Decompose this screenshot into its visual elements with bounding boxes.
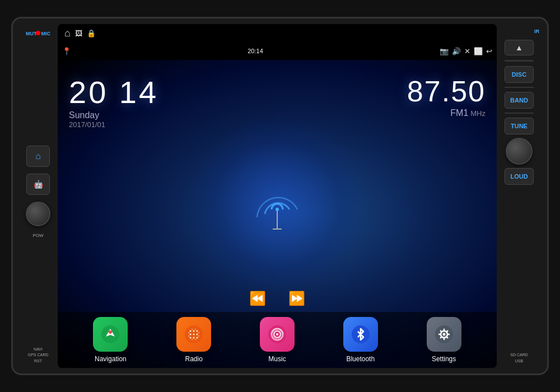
band-button[interactable]: BAND (505, 92, 534, 109)
app-bar: Navigation (58, 312, 497, 368)
home-nav-icon[interactable]: ⌂ (64, 27, 71, 39)
android-button[interactable]: 🤖 (26, 174, 50, 195)
freq-value: 87.50 (407, 77, 486, 106)
settings-label: Settings (432, 355, 456, 363)
left-panel: MUT MIC ⌂ 🤖 POW NAVI GPS CARD RST (18, 24, 58, 368)
divider1 (505, 87, 534, 88)
clock-date: 2017/01/01 (69, 120, 158, 129)
nav-svg (100, 324, 120, 344)
left-bottom-labels: NAVI GPS CARD RST (28, 347, 49, 363)
divider2 (505, 113, 534, 114)
gallery-icon: 🖼 (75, 29, 82, 38)
usb-label: USB (515, 359, 523, 363)
status-center: 20:14 (248, 48, 263, 54)
clock-widget: 20 14 Sunday 2017/01/01 (69, 77, 158, 129)
svg-point-13 (193, 337, 195, 339)
svg-point-20 (195, 329, 196, 330)
app-radio[interactable]: Radio (176, 317, 211, 363)
main-screen: ⌂ 🖼 🔒 📍 20:14 📷 🔊 ✕ ⬜ ↩ (58, 24, 497, 368)
right-bottom-labels: SD CARD USB (510, 353, 528, 363)
settings-icon[interactable] (427, 317, 461, 352)
home-button[interactable]: ⌂ (26, 146, 50, 167)
mut-label: MUT (26, 31, 37, 36)
status-bar: 📍 20:14 📷 🔊 ✕ ⬜ ↩ (58, 42, 497, 60)
svg-point-6 (190, 330, 192, 332)
radio-icon[interactable] (176, 317, 211, 352)
bluetooth-label: Bluetooth (346, 355, 375, 363)
freq-band: FM1 (450, 108, 468, 118)
svg-line-35 (440, 330, 441, 332)
status-left: 📍 (62, 47, 71, 55)
disc-button[interactable]: DISC (505, 66, 534, 83)
pow-label: POW (32, 233, 43, 238)
freq-label: FM1 MHz (407, 108, 486, 118)
close-status-icon: ✕ (464, 47, 470, 55)
app-bluetooth[interactable]: Bluetooth (343, 317, 378, 363)
gps-label: GPS CARD (28, 353, 49, 357)
app-music[interactable]: Music (260, 317, 295, 363)
music-icon[interactable] (260, 317, 295, 352)
freq-unit: MHz (470, 109, 486, 118)
rewind-button[interactable]: ⏪ (249, 291, 266, 306)
svg-point-21 (192, 339, 193, 340)
navigation-label: Navigation (95, 355, 127, 363)
svg-point-2 (276, 208, 279, 211)
svg-point-14 (197, 337, 198, 339)
right-buttons: ▲ DISC BAND TUNE LOUD (505, 34, 534, 353)
home-icon: ⌂ (35, 151, 41, 161)
android-icon: 🤖 (34, 180, 43, 189)
mic-indicator (36, 31, 40, 35)
radio-svg (184, 324, 204, 344)
forward-button[interactable]: ⏩ (288, 291, 305, 306)
rst-label: RST (34, 359, 42, 363)
main-content: 20 14 Sunday 2017/01/01 (58, 60, 497, 368)
disc-slot (505, 60, 534, 62)
bluetooth-icon[interactable] (343, 317, 378, 352)
location-status-icon: 📍 (62, 47, 71, 55)
svg-point-7 (193, 330, 195, 332)
mic-label: MIC (41, 31, 51, 36)
svg-point-17 (198, 332, 199, 333)
right-knob[interactable] (506, 138, 533, 165)
window-status-icon: ⬜ (474, 47, 483, 55)
camera-status-icon: 📷 (440, 47, 449, 55)
svg-point-19 (192, 329, 193, 330)
status-time: 20:14 (248, 48, 263, 54)
left-buttons: ⌂ 🤖 POW (26, 36, 50, 347)
lock-icon: 🔒 (87, 29, 96, 38)
svg-point-15 (188, 332, 189, 333)
music-svg (267, 324, 287, 344)
signal-rings (249, 187, 305, 232)
loud-button[interactable]: LOUD (505, 168, 534, 185)
signal-display (249, 187, 305, 232)
svg-point-12 (190, 337, 192, 339)
android-nav-bar: ⌂ 🖼 🔒 (58, 24, 497, 42)
settings-svg (434, 324, 454, 344)
clock-time: 20 14 (69, 77, 158, 108)
app-navigation[interactable]: Navigation (93, 317, 128, 363)
svg-point-16 (188, 335, 189, 337)
radio-label: Radio (185, 355, 203, 363)
svg-point-11 (197, 334, 198, 335)
music-label: Music (268, 355, 286, 363)
app-settings[interactable]: Settings (427, 317, 461, 363)
playback-controls: ⏪ ⏩ (249, 291, 305, 306)
navi-label: NAVI (34, 347, 43, 352)
navigation-icon[interactable] (93, 317, 128, 352)
svg-point-18 (198, 335, 199, 337)
eject-button[interactable]: ▲ (505, 40, 534, 55)
tune-button[interactable]: TUNE (505, 118, 534, 134)
sd-label: SD CARD (510, 353, 528, 357)
clock-day: Sunday (69, 110, 158, 120)
svg-line-36 (446, 337, 447, 338)
frequency-display: 87.50 FM1 MHz (407, 77, 486, 118)
svg-point-30 (442, 333, 445, 336)
volume-status-icon: 🔊 (452, 47, 461, 55)
right-panel: IR ▲ DISC BAND TUNE LOUD SD CARD USB (497, 24, 542, 368)
power-knob[interactable] (26, 202, 50, 226)
svg-point-10 (193, 334, 195, 335)
back-status-icon[interactable]: ↩ (486, 47, 492, 55)
head-unit: MUT MIC ⌂ 🤖 POW NAVI GPS CARD RST ⌂ (11, 17, 549, 375)
bt-svg (351, 324, 371, 344)
ir-label: IR (534, 29, 542, 34)
